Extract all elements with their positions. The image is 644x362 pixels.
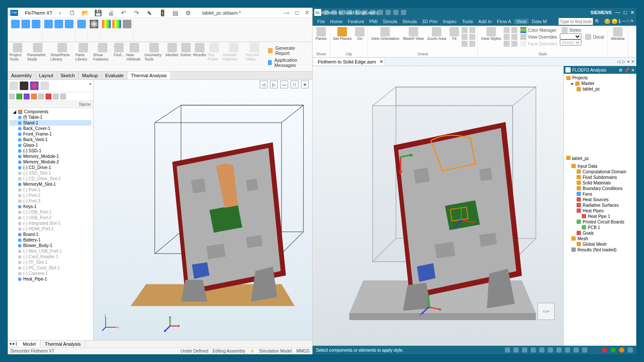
se-sub-max-icon[interactable]: □ xyxy=(627,18,629,24)
ribbon-mesher[interactable]: Mesher xyxy=(166,43,179,70)
tree-tab-4[interactable] xyxy=(40,81,49,90)
tree-item[interactable]: Back_Cover-1 xyxy=(9,126,91,131)
tab-next-icon[interactable]: ▷ xyxy=(622,59,626,64)
options-icon[interactable]: ▤ xyxy=(171,9,179,17)
ribbon-results[interactable]: Results xyxy=(193,43,206,70)
menu-view[interactable]: View xyxy=(514,19,529,24)
sad-icon[interactable]: 😞 xyxy=(611,18,618,24)
style-small-6[interactable] xyxy=(511,41,517,47)
ribbon-new-attribute[interactable]: New Attribute xyxy=(126,43,143,70)
se-sub-min-icon[interactable]: — xyxy=(622,18,626,24)
menu-data[interactable]: Data M xyxy=(529,19,549,24)
menu-addins[interactable]: Add In xyxy=(476,19,494,24)
tree-item[interactable]: (-) Port-1 xyxy=(9,187,91,193)
analysis-item[interactable]: Boundary Conditions xyxy=(566,186,634,191)
view-min-icon[interactable]: — xyxy=(280,81,288,88)
tree-tool-6[interactable] xyxy=(46,94,52,100)
project-tablet-pc[interactable]: tablet_pc xyxy=(566,86,634,92)
ribbon-project-tools[interactable]: Project Tools xyxy=(9,43,25,70)
orient-small-5[interactable] xyxy=(469,34,475,40)
tree-item[interactable]: (-) Port-2 xyxy=(9,193,91,198)
analysis-item[interactable]: Radiative Surfaces xyxy=(566,202,634,208)
sico-3[interactable] xyxy=(522,347,527,353)
analysis-item[interactable]: Heat Pipes xyxy=(566,208,634,214)
orient-small-1[interactable] xyxy=(462,27,468,33)
sico-9[interactable] xyxy=(574,347,579,353)
view-cube[interactable]: TOP xyxy=(538,303,555,320)
panel-close-icon[interactable]: ✕ xyxy=(631,68,635,72)
sw-3d-viewport[interactable]: ◁ ▷ — □ ✕ xyxy=(94,80,312,340)
tree-expand-icon[interactable]: » xyxy=(89,81,91,90)
menu-simulate1[interactable]: Simula xyxy=(381,19,400,24)
se-3d-viewport[interactable]: x z y TOP xyxy=(313,66,563,346)
tree-item[interactable]: Heat_Pipe-1 xyxy=(9,276,91,282)
sico-4[interactable] xyxy=(531,347,536,353)
scene-icon[interactable] xyxy=(123,20,131,28)
view-max-icon[interactable]: □ xyxy=(291,81,298,88)
tree-item[interactable]: (-) USB_Port-1 xyxy=(9,209,91,215)
menu-pmi[interactable]: PMI xyxy=(367,19,380,24)
style-small-4[interactable] xyxy=(511,27,517,33)
menu-file[interactable]: File xyxy=(315,19,327,24)
analysis-item[interactable]: Global Mesh xyxy=(566,241,634,247)
stop-icon[interactable] xyxy=(619,347,624,353)
analysis-item[interactable]: Heat Sources xyxy=(566,197,634,202)
analysis-item[interactable]: Computational Domain xyxy=(566,169,634,175)
bottom-tab-thermal[interactable]: Thermal Analysis xyxy=(40,341,85,347)
sw-tree-list[interactable]: ◢ Components (f) Table-1Stand-1Back_Cove… xyxy=(8,108,93,340)
tree-item[interactable]: (-) HDMI_Port-1 xyxy=(9,226,91,232)
ribbon-window[interactable]: Window xyxy=(610,27,626,41)
tree-item[interactable]: Board-1 xyxy=(9,232,91,237)
project-master[interactable]: ▸Master xyxy=(566,81,634,86)
analysis-item[interactable]: Results (Not loaded) xyxy=(566,247,634,253)
tree-item[interactable]: Blower_Body-1 xyxy=(9,243,91,248)
orient-small-2[interactable] xyxy=(462,34,468,40)
tree-item[interactable]: Stand-1 xyxy=(9,120,91,126)
styles-dropdown[interactable]: Styles xyxy=(560,27,583,33)
tree-item[interactable]: Memory_Module-2 xyxy=(9,159,91,165)
ribbon-zoom-area[interactable]: Zoom Area xyxy=(426,27,447,47)
style-small-2[interactable] xyxy=(504,34,510,40)
tree-item[interactable]: MemoryM_Slot-1 xyxy=(9,181,91,187)
application-messages-link[interactable]: Application Messages xyxy=(268,57,307,69)
sico-6[interactable] xyxy=(548,347,553,353)
menu-simulate2[interactable]: Simula xyxy=(400,19,419,24)
analysis-item[interactable]: Heat Pipe 1 xyxy=(566,214,634,219)
rotate-icon[interactable] xyxy=(21,20,30,28)
help-icon[interactable]: ℹ xyxy=(619,18,621,24)
tree-tool-4[interactable] xyxy=(31,94,37,100)
se-sub-close-icon[interactable]: ✕ xyxy=(630,18,634,24)
cube3-icon[interactable] xyxy=(65,20,73,28)
tree-item[interactable]: (-) PC_Card_Slot-1 xyxy=(9,265,91,271)
pan-icon[interactable] xyxy=(32,20,40,28)
analysis-item[interactable]: Input Data xyxy=(566,163,634,169)
ribbon-view-orientation[interactable]: View Orientation xyxy=(370,27,401,47)
sico-2[interactable] xyxy=(513,347,519,353)
tree-item[interactable]: Front_Frame-1 xyxy=(9,131,91,137)
ribbon-panes[interactable]: Panes xyxy=(314,27,328,41)
ribbon-fit[interactable]: Fit xyxy=(448,27,460,47)
tree-item[interactable]: (-) SSD-1 xyxy=(9,148,91,154)
sico-10[interactable] xyxy=(582,347,587,353)
ribbon-find[interactable]: Find... xyxy=(114,43,125,70)
se-minimize-icon[interactable]: — xyxy=(615,9,620,15)
tree-root[interactable]: ◢ Components xyxy=(9,109,91,115)
menu-tools[interactable]: Tools xyxy=(460,19,475,24)
tree-tool-5[interactable] xyxy=(38,94,44,100)
ribbon-geometry-tools[interactable]: Geometry Tools xyxy=(145,43,164,70)
display-icon[interactable] xyxy=(90,20,98,28)
save-icon[interactable]: 💾 xyxy=(94,9,102,17)
analysis-item[interactable]: Solid Materials xyxy=(566,180,634,186)
tree-item[interactable]: (-) Port-3 xyxy=(9,198,91,204)
qat-9[interactable] xyxy=(386,10,391,15)
style-small-1[interactable] xyxy=(504,27,510,33)
undo-icon[interactable]: ↶ xyxy=(120,9,128,17)
tree-item[interactable]: Memory_Module-1 xyxy=(9,154,91,159)
analysis-item[interactable]: Goals xyxy=(566,230,634,236)
tree-item[interactable]: (-) Mini_USB_Port-1 xyxy=(9,248,91,254)
analysis-root[interactable]: tablet_pc xyxy=(564,154,636,162)
bottom-tab-model[interactable]: Model xyxy=(18,341,40,347)
qat-10[interactable] xyxy=(393,10,398,15)
orient-small-4[interactable] xyxy=(469,27,475,33)
menu-flow[interactable]: Flow A xyxy=(495,19,513,24)
